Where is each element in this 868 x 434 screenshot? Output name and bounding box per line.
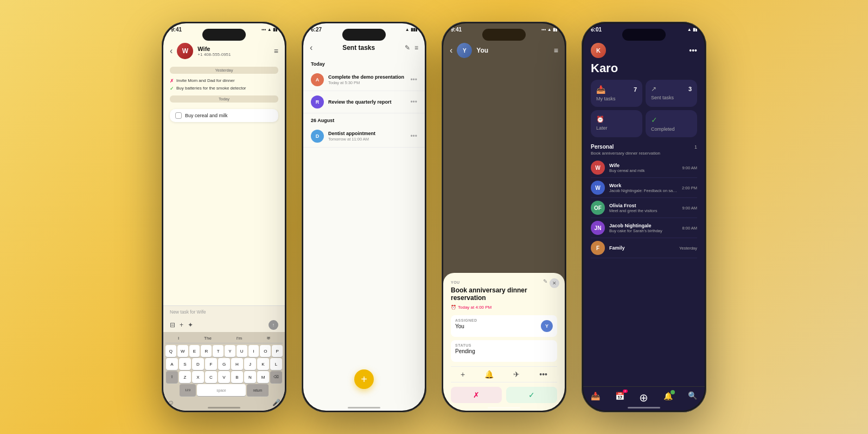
key-G[interactable]: G <box>218 358 230 370</box>
key-H[interactable]: H <box>231 358 243 370</box>
key-M[interactable]: M <box>257 371 269 383</box>
key-S[interactable]: S <box>179 358 191 370</box>
checkbox-1[interactable] <box>175 112 182 119</box>
key-Y[interactable]: Y <box>225 345 235 357</box>
sent-tasks-card[interactable]: ↗ 3 Sent tasks <box>646 80 697 107</box>
nav-search[interactable]: 🔍 <box>688 391 697 404</box>
key-Q[interactable]: Q <box>165 345 176 357</box>
input-toolbar: ⊟ + ✦ ↑ <box>163 318 285 332</box>
key-123[interactable]: 123 <box>180 384 196 396</box>
key-P[interactable]: P <box>272 345 283 357</box>
contact-item-family[interactable]: F Family Yesterday <box>591 238 697 258</box>
key-U[interactable]: U <box>237 345 247 357</box>
status-time-1: 9:41 <box>171 27 182 33</box>
nav-inbox[interactable]: 📥 <box>591 391 600 404</box>
status-field: STATUS Pending <box>451 340 557 362</box>
family-list-avatar: F <box>591 241 605 255</box>
back-button-3[interactable]: ‹ <box>450 46 452 55</box>
key-shift[interactable]: ⇧ <box>166 371 178 383</box>
task-more-2[interactable]: ••• <box>410 98 417 106</box>
key-W[interactable]: W <box>177 345 188 357</box>
input-area: New task for Wife ⊟ + ✦ ↑ I The I'm क <box>163 305 285 411</box>
key-V[interactable]: V <box>218 371 230 383</box>
key-I[interactable]: I <box>248 345 259 357</box>
yesterday-label: Yesterday <box>170 67 278 74</box>
close-icon-card[interactable]: ✕ <box>550 278 559 288</box>
new-task-input[interactable]: New task for Wife <box>163 305 285 318</box>
more-action-btn[interactable]: ••• <box>539 370 547 379</box>
key-O[interactable]: O <box>260 345 271 357</box>
nav-bell[interactable]: 🔔 <box>663 391 673 404</box>
sent-tasks-header: ↗ 3 <box>651 85 692 93</box>
home-indicator-2 <box>348 407 380 409</box>
key-L[interactable]: L <box>270 358 282 370</box>
bell-action-btn[interactable]: 🔔 <box>484 370 494 379</box>
my-tasks-card[interactable]: 📥 7 My tasks <box>591 80 642 107</box>
fab-button[interactable]: + <box>354 369 374 389</box>
key-C[interactable]: C <box>205 371 217 383</box>
contact-item-jacob[interactable]: JN Jacob Nightingale Buy cake for Sarah'… <box>591 218 697 238</box>
calendar-badge: 2 <box>623 390 628 393</box>
sent-tasks-title: Sent tasks <box>317 44 400 52</box>
nav-calendar[interactable]: 📅 2 <box>615 391 624 404</box>
task-more-3[interactable]: ••• <box>410 132 417 140</box>
task-row-1[interactable]: A Complete the demo presentation Today a… <box>303 69 425 91</box>
inbox-icon: 📥 <box>596 85 605 94</box>
key-R[interactable]: R <box>201 345 212 357</box>
task-card-due: ⏰ Today at 4:00 PM <box>451 305 557 310</box>
key-Z[interactable]: Z <box>179 371 191 383</box>
wife-name: Wife <box>197 46 270 52</box>
share-action-btn[interactable]: ✈ <box>513 370 520 379</box>
suggestion-4[interactable]: क <box>267 336 270 341</box>
completed-card[interactable]: ✓ Completed <box>646 110 697 137</box>
work-list-avatar: W <box>591 181 605 195</box>
assigned-avatar: Y <box>541 320 553 332</box>
contact-item-wife[interactable]: W Wife Buy cereal and milk 9:00 AM <box>591 158 697 178</box>
filter-icon[interactable]: ≡ <box>414 44 418 52</box>
key-J[interactable]: J <box>244 358 256 370</box>
later-card[interactable]: ⏰ Later <box>591 110 642 137</box>
accept-button[interactable]: ✓ <box>506 387 557 403</box>
back-button-1[interactable]: ‹ <box>170 46 173 56</box>
nav-add[interactable]: ⊕ <box>639 391 648 404</box>
key-F[interactable]: F <box>205 358 217 370</box>
suggestion-3[interactable]: I'm <box>237 336 242 341</box>
key-delete[interactable]: ⌫ <box>270 371 282 383</box>
contact-item-olivia[interactable]: OF Olivia Frost Meet and greet the visit… <box>591 198 697 218</box>
key-X[interactable]: X <box>192 371 204 383</box>
work-list-content: Work Jacob Nightingale: Feedback on sale… <box>609 183 678 193</box>
add-tool[interactable]: + <box>180 321 183 329</box>
task-row-2[interactable]: R Review the quarterly report ••• <box>303 91 425 113</box>
key-N[interactable]: N <box>244 371 256 383</box>
menu-dots-1[interactable]: ≡ <box>274 47 278 55</box>
edit-icon[interactable]: ✎ <box>405 44 410 52</box>
send-button[interactable]: ↑ <box>269 320 278 330</box>
mic-button[interactable]: 🎤 <box>272 399 280 406</box>
key-space[interactable]: space <box>197 384 246 396</box>
key-E[interactable]: E <box>189 345 200 357</box>
key-return[interactable]: return <box>247 384 269 396</box>
key-D[interactable]: D <box>192 358 204 370</box>
back-button-2[interactable]: ‹ <box>310 43 312 53</box>
camera-tool[interactable]: ⊟ <box>170 321 175 329</box>
dynamic-island-3 <box>482 29 526 41</box>
emoji-button[interactable]: ☺ <box>168 399 174 406</box>
wife-list-content: Wife Buy cereal and milk <box>609 163 678 173</box>
key-T[interactable]: T <box>213 345 224 357</box>
key-A[interactable]: A <box>166 358 178 370</box>
three-dots-4[interactable]: ••• <box>689 46 697 55</box>
edit-icon-card[interactable]: ✎ <box>543 278 547 284</box>
format-tool[interactable]: ✦ <box>188 321 193 329</box>
add-action-btn[interactable]: + <box>461 370 465 379</box>
status-icons-4: ▲ ▮▮ <box>687 27 697 32</box>
key-B[interactable]: B <box>231 371 243 383</box>
suggestion-2[interactable]: The <box>204 336 212 341</box>
task-more-1[interactable]: ••• <box>410 76 417 84</box>
key-K[interactable]: K <box>257 358 269 370</box>
status-value: Pending <box>455 348 553 354</box>
reject-button[interactable]: ✗ <box>451 387 502 403</box>
task-row-3[interactable]: D Dentist appointment Tomorrow at 11:00 … <box>303 125 425 148</box>
contact-item-work[interactable]: W Work Jacob Nightingale: Feedback on sa… <box>591 178 697 198</box>
menu-dots-3[interactable]: ≡ <box>554 46 558 55</box>
suggestion-1[interactable]: I <box>178 336 179 341</box>
